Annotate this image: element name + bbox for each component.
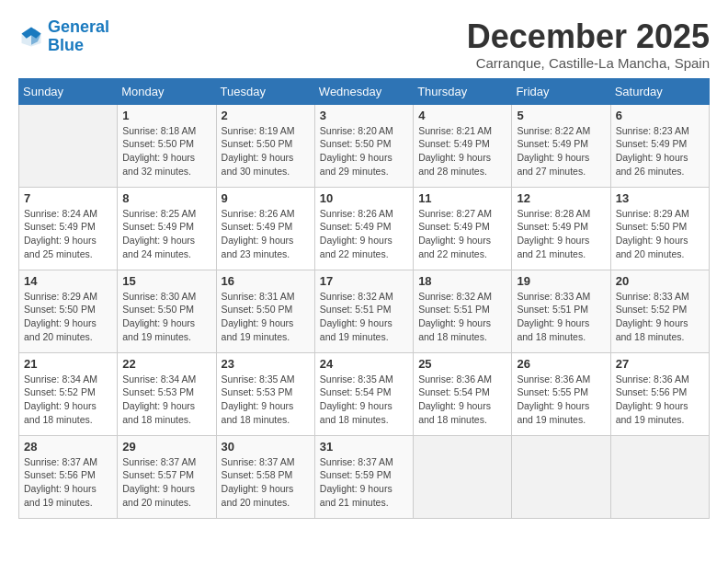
calendar-day-cell: 15Sunrise: 8:30 AM Sunset: 5:50 PM Dayli…	[118, 270, 216, 352]
day-number: 28	[24, 440, 112, 454]
day-number: 14	[24, 274, 112, 288]
day-number: 24	[320, 357, 408, 371]
day-number: 17	[320, 274, 408, 288]
weekday-header-cell: Sunday	[19, 78, 118, 104]
calendar-body: 1Sunrise: 8:18 AM Sunset: 5:50 PM Daylig…	[19, 104, 710, 518]
day-info: Sunrise: 8:33 AM Sunset: 5:52 PM Dayligh…	[616, 290, 704, 344]
calendar-day-cell: 11Sunrise: 8:27 AM Sunset: 5:49 PM Dayli…	[414, 187, 512, 270]
calendar-day-cell: 9Sunrise: 8:26 AM Sunset: 5:49 PM Daylig…	[216, 187, 314, 270]
day-number: 26	[517, 357, 605, 371]
calendar-day-cell	[19, 104, 118, 187]
logo-line1: General	[48, 17, 109, 36]
day-info: Sunrise: 8:25 AM Sunset: 5:49 PM Dayligh…	[122, 207, 210, 261]
day-number: 7	[24, 191, 112, 205]
day-number: 22	[122, 357, 210, 371]
calendar-table: SundayMondayTuesdayWednesdayThursdayFrid…	[18, 78, 710, 519]
calendar-day-cell: 29Sunrise: 8:37 AM Sunset: 5:57 PM Dayli…	[118, 435, 216, 518]
day-info: Sunrise: 8:37 AM Sunset: 5:56 PM Dayligh…	[24, 455, 112, 510]
calendar-day-cell: 24Sunrise: 8:35 AM Sunset: 5:54 PM Dayli…	[314, 352, 413, 435]
calendar-day-cell: 4Sunrise: 8:21 AM Sunset: 5:49 PM Daylig…	[414, 104, 512, 187]
day-number: 23	[222, 357, 310, 371]
calendar-week-row: 21Sunrise: 8:34 AM Sunset: 5:52 PM Dayli…	[19, 352, 710, 435]
calendar-day-cell: 10Sunrise: 8:26 AM Sunset: 5:49 PM Dayli…	[314, 187, 413, 270]
calendar-day-cell: 8Sunrise: 8:25 AM Sunset: 5:49 PM Daylig…	[118, 187, 216, 270]
day-number: 15	[122, 274, 210, 288]
calendar-day-cell: 14Sunrise: 8:29 AM Sunset: 5:50 PM Dayli…	[19, 270, 118, 352]
title-block: December 2025 Carranque, Castille-La Man…	[467, 18, 710, 71]
calendar-day-cell: 21Sunrise: 8:34 AM Sunset: 5:52 PM Dayli…	[19, 352, 118, 435]
calendar-day-cell: 17Sunrise: 8:32 AM Sunset: 5:51 PM Dayli…	[314, 270, 413, 352]
day-number: 16	[222, 274, 310, 288]
calendar-day-cell	[610, 435, 709, 518]
day-number: 5	[517, 109, 605, 122]
calendar-day-cell: 26Sunrise: 8:36 AM Sunset: 5:55 PM Dayli…	[512, 352, 610, 435]
day-info: Sunrise: 8:35 AM Sunset: 5:53 PM Dayligh…	[222, 373, 310, 427]
day-info: Sunrise: 8:37 AM Sunset: 5:58 PM Dayligh…	[222, 455, 310, 510]
day-info: Sunrise: 8:26 AM Sunset: 5:49 PM Dayligh…	[320, 207, 408, 261]
day-number: 10	[320, 191, 408, 205]
weekday-header-cell: Monday	[118, 78, 216, 104]
calendar-day-cell: 16Sunrise: 8:31 AM Sunset: 5:50 PM Dayli…	[216, 270, 314, 352]
day-number: 18	[418, 274, 506, 288]
day-info: Sunrise: 8:32 AM Sunset: 5:51 PM Dayligh…	[320, 290, 408, 344]
day-number: 4	[418, 109, 506, 122]
weekday-header-row: SundayMondayTuesdayWednesdayThursdayFrid…	[19, 78, 710, 104]
day-info: Sunrise: 8:34 AM Sunset: 5:53 PM Dayligh…	[122, 373, 210, 427]
day-info: Sunrise: 8:37 AM Sunset: 5:59 PM Dayligh…	[320, 455, 408, 510]
day-info: Sunrise: 8:32 AM Sunset: 5:51 PM Dayligh…	[418, 290, 506, 344]
day-number: 12	[517, 191, 605, 205]
day-info: Sunrise: 8:37 AM Sunset: 5:57 PM Dayligh…	[122, 455, 210, 510]
day-info: Sunrise: 8:20 AM Sunset: 5:50 PM Dayligh…	[320, 124, 408, 178]
day-number: 2	[222, 109, 310, 122]
day-number: 27	[616, 357, 704, 371]
calendar-week-row: 28Sunrise: 8:37 AM Sunset: 5:56 PM Dayli…	[19, 435, 710, 518]
weekday-header-cell: Saturday	[610, 78, 709, 104]
day-number: 9	[222, 191, 310, 205]
day-info: Sunrise: 8:18 AM Sunset: 5:50 PM Dayligh…	[122, 124, 210, 178]
day-number: 25	[418, 357, 506, 371]
weekday-header-cell: Wednesday	[314, 78, 413, 104]
calendar-day-cell	[414, 435, 512, 518]
calendar-day-cell: 7Sunrise: 8:24 AM Sunset: 5:49 PM Daylig…	[19, 187, 118, 270]
calendar-day-cell: 6Sunrise: 8:23 AM Sunset: 5:49 PM Daylig…	[610, 104, 709, 187]
day-number: 6	[616, 109, 704, 122]
location: Carranque, Castille-La Mancha, Spain	[467, 55, 710, 71]
day-number: 29	[122, 440, 210, 454]
page-header: General Blue December 2025 Carranque, Ca…	[18, 18, 710, 71]
day-info: Sunrise: 8:26 AM Sunset: 5:49 PM Dayligh…	[222, 207, 310, 261]
weekday-header-cell: Friday	[512, 78, 610, 104]
calendar-day-cell: 23Sunrise: 8:35 AM Sunset: 5:53 PM Dayli…	[216, 352, 314, 435]
day-info: Sunrise: 8:33 AM Sunset: 5:51 PM Dayligh…	[517, 290, 605, 344]
day-number: 30	[222, 440, 310, 454]
calendar-day-cell: 2Sunrise: 8:19 AM Sunset: 5:50 PM Daylig…	[216, 104, 314, 187]
calendar-week-row: 14Sunrise: 8:29 AM Sunset: 5:50 PM Dayli…	[19, 270, 710, 352]
logo-line2: Blue	[48, 36, 84, 54]
calendar-day-cell: 20Sunrise: 8:33 AM Sunset: 5:52 PM Dayli…	[610, 270, 709, 352]
logo-icon	[18, 24, 44, 50]
month-title: December 2025	[467, 18, 710, 55]
day-info: Sunrise: 8:29 AM Sunset: 5:50 PM Dayligh…	[24, 290, 112, 344]
day-number: 1	[122, 109, 210, 122]
day-number: 3	[320, 109, 408, 122]
day-info: Sunrise: 8:23 AM Sunset: 5:49 PM Dayligh…	[616, 124, 704, 178]
calendar-day-cell: 19Sunrise: 8:33 AM Sunset: 5:51 PM Dayli…	[512, 270, 610, 352]
day-info: Sunrise: 8:24 AM Sunset: 5:49 PM Dayligh…	[24, 207, 112, 261]
day-info: Sunrise: 8:36 AM Sunset: 5:56 PM Dayligh…	[616, 373, 704, 427]
calendar-day-cell: 25Sunrise: 8:36 AM Sunset: 5:54 PM Dayli…	[414, 352, 512, 435]
day-number: 31	[320, 440, 408, 454]
day-info: Sunrise: 8:36 AM Sunset: 5:54 PM Dayligh…	[418, 373, 506, 427]
logo: General Blue	[18, 18, 109, 55]
day-number: 21	[24, 357, 112, 371]
day-number: 13	[616, 191, 704, 205]
day-number: 11	[418, 191, 506, 205]
weekday-header-cell: Thursday	[414, 78, 512, 104]
calendar-day-cell: 22Sunrise: 8:34 AM Sunset: 5:53 PM Dayli…	[118, 352, 216, 435]
day-info: Sunrise: 8:36 AM Sunset: 5:55 PM Dayligh…	[517, 373, 605, 427]
calendar-day-cell: 3Sunrise: 8:20 AM Sunset: 5:50 PM Daylig…	[314, 104, 413, 187]
day-info: Sunrise: 8:31 AM Sunset: 5:50 PM Dayligh…	[222, 290, 310, 344]
day-info: Sunrise: 8:19 AM Sunset: 5:50 PM Dayligh…	[222, 124, 310, 178]
day-info: Sunrise: 8:29 AM Sunset: 5:50 PM Dayligh…	[616, 207, 704, 261]
day-info: Sunrise: 8:28 AM Sunset: 5:49 PM Dayligh…	[517, 207, 605, 261]
calendar-week-row: 1Sunrise: 8:18 AM Sunset: 5:50 PM Daylig…	[19, 104, 710, 187]
calendar-day-cell	[512, 435, 610, 518]
